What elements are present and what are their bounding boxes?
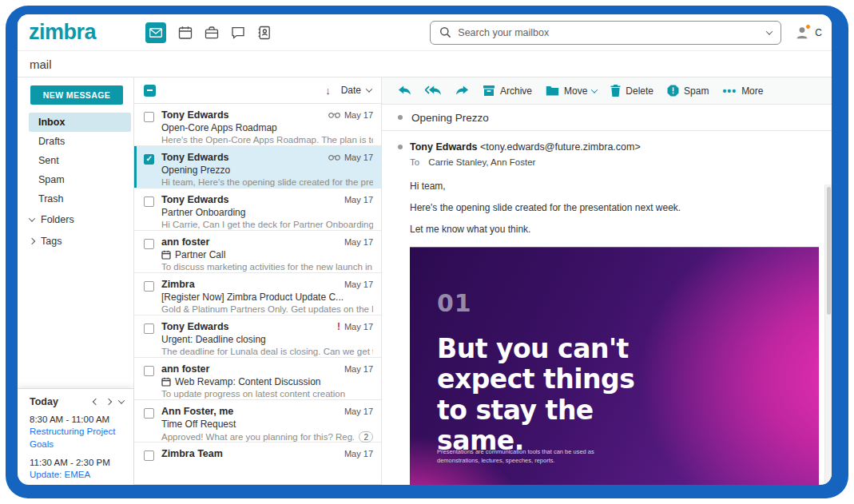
sidebar-item-drafts[interactable]: Drafts xyxy=(18,132,133,151)
contacts-app-icon[interactable] xyxy=(257,26,272,40)
chat-app-icon[interactable] xyxy=(231,26,245,40)
chevron-right-icon xyxy=(29,238,35,244)
sender: Zimbra Team xyxy=(161,448,340,459)
to-recipients: Carrie Stanley, Ann Foster xyxy=(428,157,535,167)
move-folder-icon xyxy=(546,85,559,96)
avatar-icon[interactable] xyxy=(794,25,810,41)
spam-label: Spam xyxy=(684,85,709,97)
message-list-item[interactable]: Zimbra May 17 [Register Now] Zimbra Prod… xyxy=(134,273,381,315)
event-title[interactable]: Restructuring Project Goals xyxy=(30,426,125,450)
message-list-item[interactable]: Ann Foster, me May 17 Time Off Request A… xyxy=(134,400,381,442)
archive-button[interactable]: Archive xyxy=(483,85,532,97)
checkbox[interactable] xyxy=(144,196,154,207)
briefcase-app-icon[interactable] xyxy=(205,26,219,40)
select-all-checkbox[interactable] xyxy=(144,85,156,97)
reply-all-button[interactable] xyxy=(425,85,442,96)
sidebar-item-sent[interactable]: Sent xyxy=(18,151,133,170)
main-content: NEW MESSAGE Inbox Drafts Sent Spam Trash… xyxy=(18,77,832,485)
forward-button[interactable] xyxy=(455,85,469,96)
account-initial: C xyxy=(815,27,822,38)
date: May 17 xyxy=(344,407,373,416)
preview: To update progress on latest content cre… xyxy=(161,389,373,399)
from-email: <tony.edwards@future.zimbra.com> xyxy=(480,141,641,153)
subject: Opening Prezzo xyxy=(161,165,373,176)
checkbox[interactable] xyxy=(144,408,154,419)
agenda-title: Today xyxy=(30,396,58,407)
sender: Ann Foster, me xyxy=(161,406,340,417)
archive-icon xyxy=(483,85,495,97)
reading-pane: Archive Move Delete Spam ••• More xyxy=(382,77,832,485)
date: May 17 xyxy=(344,364,373,374)
search-options-chevron-icon[interactable] xyxy=(766,28,773,34)
reply-all-icon xyxy=(425,85,442,96)
checkbox[interactable] xyxy=(144,281,154,292)
conversation-subject-row: Opening Prezzo xyxy=(382,105,832,131)
agenda-event[interactable]: 8:30 AM - 11:00 AM Restructuring Project… xyxy=(30,415,125,450)
preview: Gold & Platinum Partners Only. Get updat… xyxy=(161,304,373,314)
checkbox[interactable] xyxy=(144,239,154,249)
date: May 17 xyxy=(344,153,373,162)
more-label: More xyxy=(741,85,763,97)
sidebar-item-inbox[interactable]: Inbox xyxy=(29,113,131,132)
checkbox[interactable] xyxy=(144,366,154,376)
checkbox[interactable] xyxy=(144,450,154,461)
folders-label: Folders xyxy=(41,214,74,225)
agenda-prev-icon[interactable] xyxy=(93,399,99,405)
preview: Hi team, Here's the opening slide create… xyxy=(161,177,373,187)
sender: Tony Edwards xyxy=(161,152,324,163)
glasses-icon xyxy=(328,112,340,118)
sort-label: Date xyxy=(341,85,361,96)
body-paragraph: Hi team, xyxy=(410,181,832,192)
conversation-count-badge: 2 xyxy=(359,431,373,442)
preview: Here's the Open-Core Apps Roadmap. The p… xyxy=(161,135,373,145)
sidebar-group-folders[interactable]: Folders xyxy=(18,209,133,230)
sidebar-item-trash[interactable]: Trash xyxy=(18,189,133,208)
more-button[interactable]: ••• More xyxy=(722,85,763,97)
message-body: Hi team, Here's the opening slide create… xyxy=(382,181,832,235)
vertical-scrollbar[interactable] xyxy=(824,185,832,485)
delete-button[interactable]: Delete xyxy=(610,85,653,97)
reply-button[interactable] xyxy=(398,85,411,96)
message-list-item[interactable]: Tony Edwards May 17 Open-Core Apps Roadm… xyxy=(134,104,381,146)
message-list-item-selected[interactable]: Tony Edwards May 17 Opening Prezzo Hi te… xyxy=(134,146,381,189)
checkbox[interactable] xyxy=(144,112,154,122)
zimbra-logo: zimbra xyxy=(29,22,96,43)
move-button[interactable]: Move xyxy=(546,85,597,97)
message-rows: Tony Edwards May 17 Open-Core Apps Roadm… xyxy=(134,104,381,485)
forward-icon xyxy=(455,85,469,96)
message-list-item[interactable]: Zimbra Team May 17 xyxy=(134,442,381,485)
breadcrumb: mail xyxy=(18,51,832,77)
sort-control[interactable]: ↓ Date xyxy=(325,85,371,97)
event-time: 11:30 AM - 2:30 PM xyxy=(30,458,125,467)
event-time: 8:30 AM - 11:00 AM xyxy=(30,415,125,424)
search-box[interactable] xyxy=(430,21,781,45)
zimbra-app-window: zimbra xyxy=(18,14,832,485)
message-list-item[interactable]: ann foster May 17 Web Revamp: Content Di… xyxy=(134,358,381,400)
calendar-app-icon[interactable] xyxy=(178,26,193,40)
agenda-event[interactable]: 11:30 AM - 2:30 PM Update: EMEA xyxy=(30,458,125,482)
agenda-next-icon[interactable] xyxy=(105,399,112,405)
message-list-item[interactable]: Tony Edwards May 17 Partner Onboarding H… xyxy=(134,189,381,231)
checkbox[interactable] xyxy=(144,323,154,334)
sidebar-group-tags[interactable]: Tags xyxy=(18,231,133,252)
sender: ann foster xyxy=(161,363,340,375)
sort-direction-icon[interactable]: ↓ xyxy=(325,85,331,97)
urgent-icon: ! xyxy=(337,321,340,332)
checkbox-checked[interactable] xyxy=(144,154,154,165)
date: May 17 xyxy=(344,195,373,204)
mail-app-icon[interactable] xyxy=(145,22,166,43)
event-title[interactable]: Update: EMEA xyxy=(30,469,125,482)
search-input[interactable] xyxy=(458,27,761,38)
message-list-item[interactable]: Tony Edwards ! May 17 Urgent: Deadline c… xyxy=(134,315,381,358)
sidebar-item-spam[interactable]: Spam xyxy=(18,170,133,189)
subject: Time Off Request xyxy=(161,419,373,430)
scrollbar-thumb[interactable] xyxy=(827,187,831,315)
glasses-icon xyxy=(328,154,340,161)
new-message-button[interactable]: NEW MESSAGE xyxy=(30,85,123,105)
account-menu[interactable]: C xyxy=(794,25,822,41)
mini-agenda-panel: Today 8:30 AM - 11:00 AM Restructuring P… xyxy=(18,388,133,485)
message-list-item[interactable]: ann foster May 17 Partner Call To discus… xyxy=(134,231,381,273)
window-frame: zimbra xyxy=(6,6,848,498)
agenda-collapse-icon[interactable] xyxy=(118,398,125,404)
spam-button[interactable]: Spam xyxy=(667,85,709,97)
